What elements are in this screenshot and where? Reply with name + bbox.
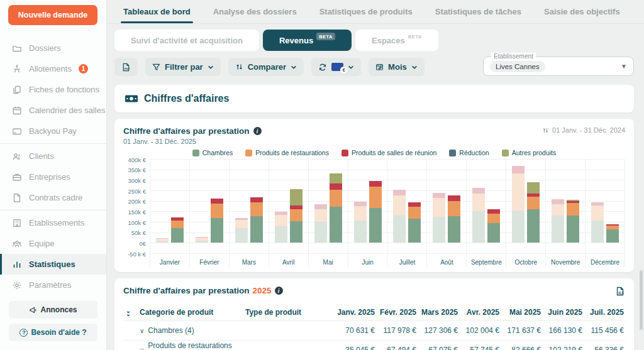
bar-comparison-février[interactable] <box>196 237 208 243</box>
bar-current-décembre[interactable] <box>606 224 619 243</box>
main-content: Tableaux de bord Analyse des dossiers St… <box>107 0 644 350</box>
sidebar-item-equipe[interactable]: Equipe <box>0 233 106 254</box>
bar-segment <box>235 220 248 228</box>
month-group-Juin: Juin <box>348 159 388 267</box>
bar-current-octobre[interactable] <box>527 182 540 243</box>
sidebar-item-contrats-cadre[interactable]: Contrats cadre <box>0 187 106 208</box>
bar-current-février[interactable] <box>211 199 223 243</box>
bar-comparison-juillet[interactable] <box>393 190 406 243</box>
beta-badge: BETA <box>408 34 422 40</box>
row-expander-restaurations[interactable]: ∨Produits de restaurations (11) <box>140 341 245 350</box>
export-pdf-button[interactable]: PDF <box>114 58 138 76</box>
bar-current-septembre[interactable] <box>487 209 500 243</box>
bar-comparison-octobre[interactable] <box>512 166 525 243</box>
bar-current-mars[interactable] <box>250 197 263 243</box>
bar-segment <box>472 188 485 194</box>
row-expander-chambres[interactable]: ∨Chambres (4) <box>140 326 245 335</box>
bar-segment <box>487 223 500 243</box>
sidebar-item-clients[interactable]: Clients <box>0 146 106 167</box>
tab-saisie-des-objectifs[interactable]: Saisie des objectifs <box>544 0 620 23</box>
chart-legend: Chambres Produits de restaurations Produ… <box>123 149 625 156</box>
bar-current-juin[interactable] <box>369 181 382 243</box>
bar-segment <box>354 221 367 243</box>
folder-icon <box>12 43 22 53</box>
export-xls-button[interactable]: XLS <box>615 286 625 298</box>
x-tick-label: Novembre <box>546 259 585 266</box>
tab-analyse-des-dossiers[interactable]: Analyse des dossiers <box>213 0 297 23</box>
calendar-edit-icon <box>375 63 384 71</box>
bar-comparison-septembre[interactable] <box>472 188 485 243</box>
month-group-Septembre: Septembre <box>467 159 506 267</box>
bar-segment <box>487 209 500 214</box>
bar-segment <box>211 204 223 218</box>
expand-all-icon[interactable]: ⌄⌄ <box>123 309 133 315</box>
bar-segment <box>211 218 223 243</box>
chevron-down-icon <box>411 64 418 70</box>
bar-current-avril[interactable] <box>290 189 303 243</box>
bar-segment <box>354 202 367 206</box>
y-tick-label: 0€ <box>139 240 146 247</box>
bar-comparison-mars[interactable] <box>235 218 248 243</box>
bar-comparison-avril[interactable] <box>275 212 287 243</box>
bar-current-janvier[interactable] <box>171 217 184 243</box>
bar-comparison-janvier[interactable] <box>156 238 169 243</box>
legend-item-chambres[interactable]: Chambres <box>192 149 233 156</box>
sidebar-item-statistiques[interactable]: Statistiques <box>0 254 106 275</box>
bar-comparison-août[interactable] <box>433 193 445 243</box>
chart-period: 01 Janv. - 31 Déc. 2025 <box>123 138 262 145</box>
bar-current-mai[interactable] <box>330 173 342 243</box>
new-request-button[interactable]: Nouvelle demande <box>8 5 97 25</box>
funnel-icon <box>152 63 160 71</box>
subtab-espaces[interactable]: Espaces BETA <box>355 30 438 51</box>
bar-segment <box>314 209 327 222</box>
tab-statistiques-de-taches[interactable]: Statistiques de tâches <box>435 0 521 23</box>
bar-comparison-décembre[interactable] <box>591 202 604 243</box>
bar-segment <box>393 195 406 216</box>
table-header-row: ⌄⌄ Categorie de produit Type de produit … <box>123 304 625 320</box>
y-tick-label: 350k € <box>128 167 146 173</box>
table-row: ∨Produits de restaurations (11) 35 045 €… <box>123 340 625 350</box>
legend-item-autres[interactable]: Autres produits <box>502 149 557 156</box>
svg-text:XLS: XLS <box>618 292 624 295</box>
sidebar-item-calendrier-des-salles[interactable]: Calendrier des salles <box>0 100 106 121</box>
subtab-revenus[interactable]: Revenus BETA <box>263 30 352 51</box>
legend-item-restaurations[interactable]: Produits de restaurations <box>245 149 329 156</box>
chevron-down-icon: ∨ <box>140 347 144 350</box>
bar-comparison-novembre[interactable] <box>552 199 564 243</box>
tab-tableaux-de-bord[interactable]: Tableaux de bord <box>123 0 191 23</box>
compare-button[interactable]: Comparer <box>228 58 304 76</box>
info-icon[interactable]: i <box>275 287 283 295</box>
help-button[interactable]: ? Besoin d'aide ? <box>9 324 97 341</box>
bar-segment <box>314 204 327 209</box>
legend-item-salles-reunion[interactable]: Produits de salles de réunion <box>341 149 436 156</box>
currency-button[interactable]: € <box>311 58 361 76</box>
x-tick-label: Mai <box>309 259 348 266</box>
bar-comparison-juin[interactable] <box>354 202 367 243</box>
bar-comparison-mai[interactable] <box>314 204 327 243</box>
legend-item-reduction[interactable]: Réduction <box>449 149 489 156</box>
chevron-down-icon <box>348 64 354 70</box>
sidebar-item-etablissements[interactable]: Etablissements <box>0 212 106 233</box>
sidebar-item-allotements[interactable]: Allotements 1 <box>0 58 106 79</box>
sidebar-item-dossiers[interactable]: Dossiers <box>0 38 106 58</box>
sidebar-item-entreprises[interactable]: Entreprises <box>0 167 106 187</box>
bar-segment <box>552 204 564 216</box>
info-icon[interactable]: i <box>253 127 262 135</box>
sidebar-item-fiches-de-fonctions[interactable]: Fiches de fonctions <box>0 79 106 100</box>
period-button[interactable]: Mois <box>369 58 425 76</box>
tab-statistiques-de-produits[interactable]: Statistiques de produits <box>319 0 413 23</box>
bar-current-août[interactable] <box>448 195 460 243</box>
credit-card-icon <box>12 126 22 136</box>
bar-segment <box>448 201 460 216</box>
month-group-Mars: Mars <box>230 159 269 267</box>
bar-current-juillet[interactable] <box>408 202 421 243</box>
bar-current-novembre[interactable] <box>567 200 579 243</box>
sidebar-item-parametres[interactable]: Paramètres <box>0 275 106 295</box>
filter-button[interactable]: Filtrer par <box>145 58 221 76</box>
announcements-button[interactable]: Annonces <box>9 301 97 319</box>
establishment-select[interactable]: Etablissement Lives Cannes ▼ <box>483 57 634 76</box>
sidebar-item-backyou-pay[interactable]: Backyou Pay <box>0 121 106 141</box>
month-group-Juillet: Juillet <box>388 159 428 267</box>
subtab-suivi-activite[interactable]: Suivi d'activité et acquisition <box>114 30 259 51</box>
page-scrollbar[interactable] <box>640 270 643 330</box>
